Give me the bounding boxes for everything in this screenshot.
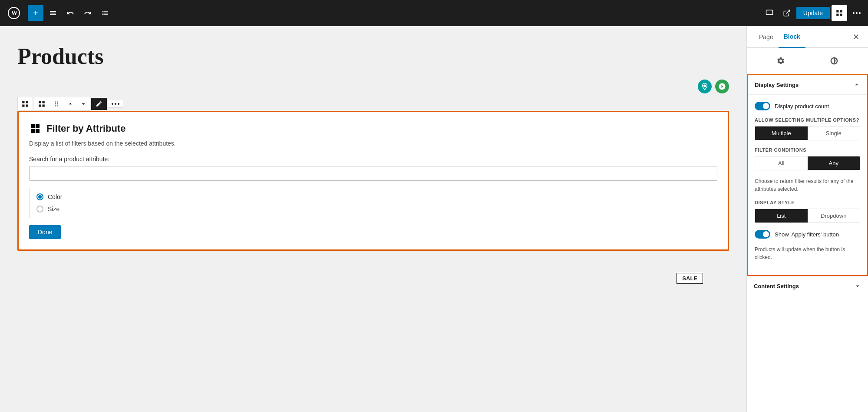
attribute-search-input[interactable] bbox=[29, 166, 717, 181]
view-button[interactable] bbox=[762, 5, 777, 21]
filter-conditions-label: FILTER CONDITIONS bbox=[755, 147, 860, 153]
filter-block-header: Filter by Attribute bbox=[29, 123, 717, 135]
plugin-icon-1 bbox=[698, 80, 712, 93]
plugin-icon-2 bbox=[715, 80, 729, 93]
main-layout: Products bbox=[0, 26, 868, 412]
block-toolbar bbox=[17, 97, 729, 111]
size-radio[interactable] bbox=[36, 206, 43, 213]
wp-logo: W bbox=[3, 3, 24, 23]
size-label: Size bbox=[48, 206, 59, 213]
display-settings-section: Display Settings Display product count A… bbox=[747, 74, 868, 276]
block-edit-button[interactable] bbox=[91, 98, 107, 110]
svg-rect-18 bbox=[43, 101, 45, 103]
color-radio[interactable] bbox=[36, 193, 43, 200]
settings-toggle-button[interactable] bbox=[832, 5, 847, 21]
svg-rect-3 bbox=[766, 10, 772, 15]
svg-rect-30 bbox=[31, 124, 35, 128]
svg-rect-5 bbox=[836, 10, 838, 12]
filter-block: Filter by Attribute Display a list of fi… bbox=[19, 112, 728, 249]
color-label: Color bbox=[48, 193, 62, 200]
block-drag-button[interactable] bbox=[49, 97, 64, 110]
block-styles-icon-button[interactable] bbox=[826, 53, 842, 69]
allow-multiple-group: Multiple Single bbox=[755, 126, 860, 140]
content-settings-header: Content Settings bbox=[747, 276, 868, 296]
dropdown-button[interactable]: Dropdown bbox=[808, 209, 860, 223]
apply-filters-help: Products will update when the button is … bbox=[755, 246, 860, 261]
svg-point-21 bbox=[55, 101, 56, 102]
single-button[interactable]: Single bbox=[808, 126, 860, 140]
grid-view-button[interactable] bbox=[18, 97, 33, 110]
tools-button[interactable] bbox=[45, 5, 61, 21]
filter-block-description: Display a list of filters based on the s… bbox=[29, 140, 717, 147]
attribute-color[interactable]: Color bbox=[36, 193, 710, 200]
display-product-count-toggle[interactable] bbox=[755, 102, 770, 110]
svg-rect-8 bbox=[836, 14, 838, 16]
sale-badge: SALE bbox=[677, 273, 703, 284]
svg-point-23 bbox=[55, 103, 56, 104]
update-button[interactable]: Update bbox=[796, 7, 830, 19]
list-button[interactable]: List bbox=[755, 209, 808, 223]
svg-point-28 bbox=[115, 103, 116, 105]
display-product-count-row: Display product count bbox=[755, 102, 860, 110]
block-more-options[interactable] bbox=[108, 100, 123, 108]
block-options-group bbox=[34, 97, 90, 111]
filter-block-wrapper: Filter by Attribute Display a list of fi… bbox=[17, 111, 729, 251]
block-settings-icon-button[interactable] bbox=[773, 53, 789, 69]
block-move-up-button[interactable] bbox=[64, 98, 77, 110]
display-settings-collapse[interactable] bbox=[853, 81, 860, 88]
content-settings-expand[interactable] bbox=[854, 282, 861, 289]
sidebar-content: Display Settings Display product count A… bbox=[747, 74, 868, 412]
svg-rect-33 bbox=[31, 129, 35, 133]
page-title: Products bbox=[17, 43, 729, 69]
list-view-button[interactable] bbox=[97, 5, 113, 21]
apply-filters-toggle[interactable] bbox=[755, 230, 770, 239]
editor-bottom: SALE bbox=[17, 258, 729, 284]
editor-area: Products bbox=[0, 26, 746, 412]
svg-rect-15 bbox=[26, 105, 28, 107]
svg-point-9 bbox=[853, 12, 855, 14]
filter-block-icon bbox=[29, 123, 41, 135]
external-link-button[interactable] bbox=[779, 5, 795, 21]
svg-point-25 bbox=[55, 105, 56, 106]
display-settings-header: Display Settings bbox=[748, 75, 867, 95]
svg-rect-32 bbox=[36, 129, 40, 133]
sidebar: Page Block ✕ Display Settings bbox=[746, 26, 868, 412]
display-settings-body: Display product count ALLOW SELECTING MU… bbox=[748, 95, 867, 275]
page-tab[interactable]: Page bbox=[754, 27, 779, 47]
redo-button[interactable] bbox=[80, 5, 96, 21]
close-sidebar-button[interactable]: ✕ bbox=[851, 30, 861, 43]
svg-point-27 bbox=[112, 103, 113, 105]
apply-filters-row: Show 'Apply filters' button bbox=[755, 230, 860, 239]
svg-text:W: W bbox=[11, 10, 17, 17]
display-settings-title: Display Settings bbox=[755, 82, 799, 88]
display-style-group: List Dropdown bbox=[755, 209, 860, 223]
svg-point-11 bbox=[859, 12, 861, 14]
block-move-down-button[interactable] bbox=[77, 98, 90, 110]
svg-rect-31 bbox=[36, 124, 40, 128]
done-button[interactable]: Done bbox=[29, 225, 61, 239]
apply-filters-label: Show 'Apply filters' button bbox=[775, 231, 839, 238]
svg-line-4 bbox=[786, 10, 789, 13]
svg-rect-14 bbox=[26, 101, 28, 103]
search-label: Search for a product attribute: bbox=[29, 156, 717, 163]
top-toolbar: W + Update bbox=[0, 0, 868, 26]
add-block-button[interactable]: + bbox=[28, 5, 43, 21]
sidebar-icons-row bbox=[747, 48, 868, 74]
block-tab[interactable]: Block bbox=[779, 26, 805, 48]
allow-multiple-label: ALLOW SELECTING MULTIPLE OPTIONS? bbox=[755, 117, 860, 123]
filter-help-text: Choose to return filter results for any … bbox=[755, 177, 860, 193]
multiple-button[interactable]: Multiple bbox=[755, 126, 808, 140]
attribute-size[interactable]: Size bbox=[36, 206, 710, 213]
svg-rect-7 bbox=[840, 14, 842, 16]
content-settings-title: Content Settings bbox=[754, 283, 799, 289]
block-grid-button[interactable] bbox=[34, 97, 49, 110]
svg-rect-16 bbox=[22, 105, 24, 107]
options-button[interactable] bbox=[849, 5, 865, 21]
undo-button[interactable] bbox=[63, 5, 78, 21]
svg-point-10 bbox=[856, 12, 858, 14]
all-button[interactable]: All bbox=[755, 156, 808, 170]
attribute-list: Color Size bbox=[29, 188, 717, 218]
display-product-count-label: Display product count bbox=[775, 103, 829, 110]
any-button[interactable]: Any bbox=[808, 156, 860, 170]
svg-point-26 bbox=[57, 105, 58, 106]
